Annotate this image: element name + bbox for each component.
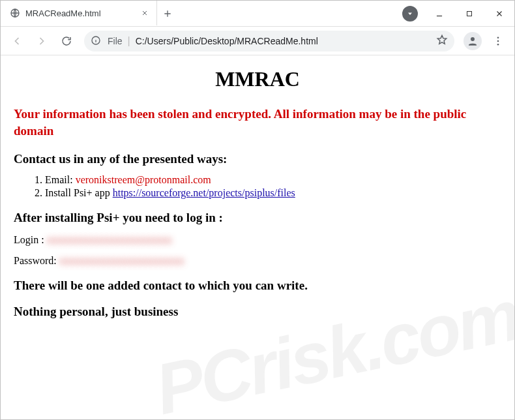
titlebar: MRACReadMe.html xyxy=(1,1,514,27)
omnibox-path: C:/Users/Public/Desktop/MRACReadMe.html xyxy=(136,36,431,46)
omnibox[interactable]: File | C:/Users/Public/Desktop/MRACReadM… xyxy=(84,31,454,52)
contact-note: There will be one added contact to which… xyxy=(14,278,501,293)
svg-point-4 xyxy=(471,37,475,41)
email-link[interactable]: veronikstreem@protonmail.com xyxy=(76,174,211,185)
page-title: MMRAC xyxy=(14,67,501,91)
tab[interactable]: MRACReadMe.html xyxy=(1,1,157,25)
new-tab-button[interactable] xyxy=(157,1,178,26)
password-value: xxxxxxxxxxxxxxxxxxxxxxxx xyxy=(59,255,184,266)
minimize-button[interactable] xyxy=(424,1,454,27)
close-window-button[interactable] xyxy=(484,1,514,27)
page-content: PCrisk.com MMRAC Your information has be… xyxy=(1,55,514,419)
svg-marker-1 xyxy=(408,12,412,15)
profile-avatar[interactable] xyxy=(464,32,482,50)
list-item: Email: veronikstreem@protonmail.com xyxy=(45,174,501,186)
svg-point-5 xyxy=(497,37,499,38)
contact-heading: Contact us in any of the presented ways: xyxy=(14,152,501,166)
login-label: Login : xyxy=(14,234,47,245)
globe-icon xyxy=(10,8,20,18)
login-value: xxxxxxxxxxxxxxxxxxxxxxxx xyxy=(47,234,172,245)
list-item: Install Psi+ app https://sourceforge.net… xyxy=(45,187,501,199)
svg-point-7 xyxy=(497,43,499,45)
login-row: Login : xxxxxxxxxxxxxxxxxxxxxxxx xyxy=(14,234,501,246)
close-tab-button[interactable] xyxy=(140,8,150,18)
tab-title: MRACReadMe.html xyxy=(25,8,134,18)
svg-rect-2 xyxy=(467,11,472,16)
watermark: PCrisk.com xyxy=(148,273,514,419)
password-row: Password: xxxxxxxxxxxxxxxxxxxxxxxx xyxy=(14,255,501,267)
svg-point-6 xyxy=(497,40,499,42)
omnibox-separator: | xyxy=(128,36,130,46)
bookmark-star-icon[interactable] xyxy=(436,34,448,48)
back-button[interactable] xyxy=(6,30,28,52)
omnibox-scheme: File xyxy=(108,36,123,46)
titlebar-spacer xyxy=(178,1,402,26)
warning-text: Your information has been stolen and enc… xyxy=(14,106,501,139)
incognito-badge-icon xyxy=(402,6,418,22)
contact-list: Email: veronikstreem@protonmail.com Inst… xyxy=(45,174,501,199)
after-install-heading: After installing Psi+ you need to log in… xyxy=(14,211,501,225)
password-label: Password: xyxy=(14,255,59,266)
site-info-icon[interactable] xyxy=(91,35,102,47)
reload-button[interactable] xyxy=(55,30,78,52)
menu-button[interactable] xyxy=(487,30,509,52)
psi-download-link[interactable]: https://sourceforge.net/projects/psiplus… xyxy=(113,187,295,198)
psi-label: Install Psi+ app xyxy=(45,187,113,198)
forward-button[interactable] xyxy=(31,30,53,52)
closing-text: Nothing personal, just business xyxy=(14,305,501,319)
toolbar: File | C:/Users/Public/Desktop/MRACReadM… xyxy=(1,27,514,55)
email-label: Email: xyxy=(45,174,76,185)
maximize-button[interactable] xyxy=(454,1,484,27)
browser-window: MRACReadMe.html xyxy=(0,0,515,420)
window-controls xyxy=(424,1,514,26)
